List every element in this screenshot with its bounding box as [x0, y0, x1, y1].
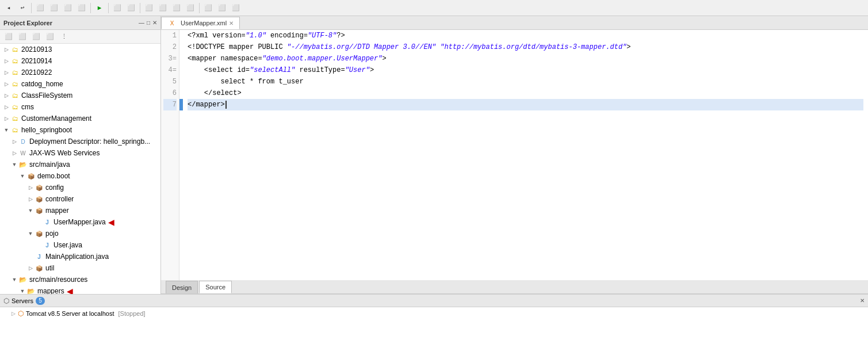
- arrow-20210914: ▷: [2, 58, 10, 64]
- tree-item-controller[interactable]: ▷ 📦 controller: [0, 193, 160, 205]
- code-editor[interactable]: 1 2 3= 4= 5 6 7: [161, 30, 868, 280]
- label-util: util: [45, 264, 54, 272]
- tree-item-pojo[interactable]: ▼ 📦 pojo: [0, 228, 160, 239]
- more-btn[interactable]: ⋮: [58, 30, 70, 43]
- arrow-jaxws: ▷: [10, 150, 18, 156]
- arrow-cms: ▷: [2, 104, 10, 110]
- sep-3: [108, 3, 109, 13]
- sep-4: [140, 3, 140, 13]
- filter-btn[interactable]: ⬜: [30, 30, 43, 43]
- line-num-4: 4=: [163, 64, 177, 76]
- tree-item-jax-ws[interactable]: ▷ W JAX-WS Web Services: [0, 147, 160, 159]
- tree-item-20210914[interactable]: ▷ 🗂 20210914: [0, 55, 160, 67]
- close-panel-btn[interactable]: ✕: [152, 20, 157, 26]
- tree-item-20210922[interactable]: ▷ 🗂 20210922: [0, 67, 160, 78]
- code-line-5: select * from t_user: [188, 76, 863, 87]
- link-editor-btn[interactable]: ⬜: [16, 30, 29, 43]
- label-20210913: 20210913: [21, 45, 52, 54]
- toolbar-btn-7[interactable]: ⬜: [125, 2, 137, 14]
- arrow-dd: ▷: [10, 139, 18, 144]
- toolbar-btn-1[interactable]: ↩: [16, 2, 29, 14]
- tree-item-mappers-folder[interactable]: ▼ 📂 mappers ◀: [0, 285, 160, 294]
- toolbar-btn-8[interactable]: ⬜: [143, 2, 155, 14]
- toolbar-btn-2[interactable]: ⬜: [34, 2, 47, 14]
- label-mappers-folder: mappers: [37, 287, 64, 294]
- server-tomcat-status: [Stopped]: [116, 310, 145, 317]
- icon-mainapplication: J: [35, 252, 44, 261]
- tab-design[interactable]: Design: [166, 281, 198, 293]
- tab-source[interactable]: Source: [199, 281, 232, 293]
- project-explorer: Project Explorer — □ ✕ ⬜ ⬜ ⬜ ⬜ ⋮ ▷ 🗂 202…: [0, 16, 161, 294]
- label-customermgmt: CustomerManagement: [21, 114, 91, 123]
- icon-cms: 🗂: [10, 102, 20, 112]
- tree-item-demo-boot[interactable]: ▼ 📦 demo.boot: [0, 170, 160, 182]
- back-btn[interactable]: ◂: [2, 2, 15, 14]
- toolbar-btn-13[interactable]: ⬜: [216, 2, 228, 14]
- tree-item-src-main-resources[interactable]: ▼ 📂 src/main/resources: [0, 274, 160, 285]
- arrow-src-main-resources: ▼: [10, 277, 18, 282]
- toolbar-btn-3[interactable]: ⬜: [48, 2, 60, 14]
- tree-item-mapper-pkg[interactable]: ▼ 📦 mapper: [0, 205, 160, 216]
- tree-item-catdog-home[interactable]: ▷ 🗂 catdog_home: [0, 78, 160, 90]
- editor-tabs: X UserMapper.xml ✕: [161, 16, 868, 30]
- editor-area: X UserMapper.xml ✕ 1 2 3= 4= 5 6 7: [161, 16, 868, 294]
- icon-config: 📦: [35, 183, 44, 192]
- toolbar-btn-4[interactable]: ⬜: [62, 2, 74, 14]
- tree-item-usermapper-java[interactable]: J UserMapper.java ◀: [0, 216, 160, 228]
- tree-item-classfilesystem[interactable]: ▷ 🗂 ClassFileSystem: [0, 90, 160, 101]
- tree-item-mainapplication[interactable]: J MainApplication.java: [0, 251, 160, 262]
- tab-xml-icon: X: [167, 18, 177, 28]
- icon-customermgmt: 🗂: [10, 114, 20, 123]
- arrow-config: ▷: [26, 185, 35, 190]
- servers-title: Servers: [12, 297, 33, 304]
- servers-close-btn[interactable]: ✕: [860, 297, 865, 304]
- tree-item-src-main-java[interactable]: ▼ 📂 src/main/java: [0, 159, 160, 170]
- toolbar-btn-11[interactable]: ⬜: [184, 2, 197, 14]
- servers-badge: 5: [36, 297, 45, 305]
- arrow-20210922: ▷: [2, 70, 10, 75]
- label-usermapper-java: UserMapper.java: [53, 218, 106, 226]
- sync-btn[interactable]: ⬜: [44, 30, 56, 43]
- toolbar-btn-12[interactable]: ⬜: [202, 2, 215, 14]
- xml-editor-tabs: Design Source: [161, 280, 868, 294]
- run-btn[interactable]: ▶: [93, 2, 106, 14]
- arrow-hello-springboot: ▼: [2, 127, 10, 133]
- toolbar-btn-9[interactable]: ⬜: [156, 2, 169, 14]
- collapse-all-btn[interactable]: ⬜: [2, 30, 15, 43]
- code-lines: <?xml version="1.0" encoding="UTF-8"?> <…: [183, 30, 868, 280]
- tree-item-deployment-descriptor[interactable]: ▷ D Deployment Descriptor: hello_springb…: [0, 136, 160, 147]
- arrow-indicator-mappers: ◀: [67, 286, 73, 294]
- line-numbers: 1 2 3= 4= 5 6 7: [161, 30, 179, 280]
- arrow-src-main-java: ▼: [10, 162, 18, 167]
- server-tomcat-name: Tomcat v8.5 Server at localhost: [26, 310, 114, 317]
- arrow-mappers-folder: ▼: [18, 288, 26, 294]
- tree-item-20210913[interactable]: ▷ 🗂 20210913: [0, 44, 160, 55]
- tree-item-hello-springboot[interactable]: ▼ 🗂 hello_springboot: [0, 124, 160, 136]
- icon-mappers-folder: 📂: [26, 286, 36, 294]
- server-expand-arrow: ▷: [12, 311, 16, 316]
- tree-item-cms[interactable]: ▷ 🗂 cms: [0, 101, 160, 113]
- tab-close-usermapper-xml[interactable]: ✕: [229, 20, 234, 26]
- label-controller: controller: [45, 195, 74, 203]
- server-item-tomcat[interactable]: ▷ ⬡ Tomcat v8.5 Server at localhost [Sto…: [0, 307, 868, 320]
- tree-item-user-java[interactable]: J User.java: [0, 239, 160, 251]
- icon-20210922: 🗂: [10, 68, 20, 77]
- icon-jaxws: W: [18, 148, 28, 158]
- tab-usermapper-xml[interactable]: X UserMapper.xml ✕: [161, 17, 240, 29]
- toolbar-btn-5[interactable]: ⬜: [75, 2, 88, 14]
- toolbar-btn-14[interactable]: ⬜: [230, 2, 242, 14]
- project-explorer-header: Project Explorer — □ ✕: [0, 16, 160, 30]
- project-explorer-title: Project Explorer: [3, 20, 136, 26]
- tree-item-config[interactable]: ▷ 📦 config: [0, 182, 160, 193]
- icon-src-main-resources: 📂: [18, 275, 28, 284]
- sep-5: [199, 3, 200, 13]
- code-line-1: <?xml version="1.0" encoding="UTF-8"?>: [188, 30, 863, 41]
- toolbar-btn-10[interactable]: ⬜: [170, 2, 183, 14]
- line-num-3: 3=: [163, 53, 177, 64]
- minimize-btn[interactable]: —: [139, 20, 144, 26]
- tree-item-util[interactable]: ▷ 📦 util: [0, 262, 160, 274]
- label-src-main-java: src/main/java: [29, 161, 70, 169]
- maximize-btn[interactable]: □: [147, 20, 150, 26]
- toolbar-btn-6[interactable]: ⬜: [111, 2, 124, 14]
- tree-item-customermgmt[interactable]: ▷ 🗂 CustomerManagement: [0, 113, 160, 124]
